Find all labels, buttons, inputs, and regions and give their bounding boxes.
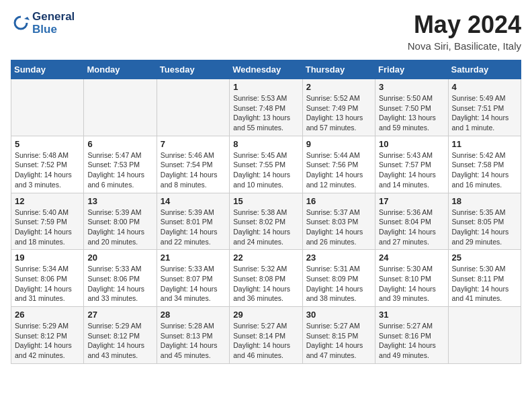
day-number: 5 (15, 139, 80, 149)
day-info: Sunrise: 5:27 AM Sunset: 8:16 PM Dayligh… (379, 321, 444, 361)
weekday-row: SundayMondayTuesdayWednesdayThursdayFrid… (11, 60, 521, 79)
calendar-cell: 1Sunrise: 5:53 AM Sunset: 7:48 PM Daylig… (230, 79, 302, 136)
day-number: 7 (161, 139, 226, 149)
calendar-cell (84, 79, 157, 136)
day-info: Sunrise: 5:28 AM Sunset: 8:13 PM Dayligh… (161, 321, 226, 361)
calendar-cell: 14Sunrise: 5:39 AM Sunset: 8:01 PM Dayli… (157, 193, 229, 250)
day-info: Sunrise: 5:40 AM Sunset: 7:59 PM Dayligh… (15, 208, 80, 247)
logo-icon (11, 13, 31, 34)
day-info: Sunrise: 5:53 AM Sunset: 7:48 PM Dayligh… (233, 93, 298, 133)
calendar-week-4: 19Sunrise: 5:34 AM Sunset: 8:06 PM Dayli… (11, 250, 521, 307)
weekday-header-saturday: Saturday (448, 60, 521, 79)
calendar-week-1: 1Sunrise: 5:53 AM Sunset: 7:48 PM Daylig… (11, 79, 521, 136)
day-info: Sunrise: 5:29 AM Sunset: 8:12 PM Dayligh… (87, 321, 152, 361)
calendar-cell: 17Sunrise: 5:36 AM Sunset: 8:04 PM Dayli… (375, 193, 448, 250)
day-info: Sunrise: 5:48 AM Sunset: 7:52 PM Dayligh… (15, 150, 80, 190)
calendar-cell: 23Sunrise: 5:31 AM Sunset: 8:09 PM Dayli… (302, 250, 375, 307)
day-number: 8 (233, 139, 298, 149)
calendar-header: SundayMondayTuesdayWednesdayThursdayFrid… (11, 60, 521, 79)
day-info: Sunrise: 5:38 AM Sunset: 8:02 PM Dayligh… (233, 208, 298, 247)
day-info: Sunrise: 5:46 AM Sunset: 7:54 PM Dayligh… (161, 150, 226, 190)
calendar-cell: 15Sunrise: 5:38 AM Sunset: 8:02 PM Dayli… (230, 193, 302, 250)
calendar-cell: 2Sunrise: 5:52 AM Sunset: 7:49 PM Daylig… (302, 79, 375, 136)
day-number: 16 (306, 196, 371, 206)
day-number: 12 (15, 196, 80, 206)
calendar-cell: 31Sunrise: 5:27 AM Sunset: 8:16 PM Dayli… (375, 307, 448, 364)
day-number: 25 (452, 253, 517, 263)
day-number: 9 (306, 139, 371, 149)
day-number: 22 (233, 253, 298, 263)
calendar-cell: 27Sunrise: 5:29 AM Sunset: 8:12 PM Dayli… (84, 307, 157, 364)
day-info: Sunrise: 5:33 AM Sunset: 8:07 PM Dayligh… (161, 264, 226, 304)
calendar-cell: 7Sunrise: 5:46 AM Sunset: 7:54 PM Daylig… (157, 136, 229, 193)
day-number: 21 (161, 253, 226, 263)
day-number: 26 (15, 310, 80, 320)
calendar-cell: 12Sunrise: 5:40 AM Sunset: 7:59 PM Dayli… (11, 193, 84, 250)
day-number: 31 (379, 310, 444, 320)
logo-text: General Blue (32, 11, 75, 36)
calendar-week-5: 26Sunrise: 5:29 AM Sunset: 8:12 PM Dayli… (11, 307, 521, 364)
day-number: 19 (15, 253, 80, 263)
weekday-header-friday: Friday (375, 60, 448, 79)
calendar-cell: 30Sunrise: 5:27 AM Sunset: 8:15 PM Dayli… (302, 307, 375, 364)
day-number: 3 (379, 82, 444, 92)
day-number: 27 (87, 310, 152, 320)
logo-blue: Blue (32, 24, 75, 36)
calendar-cell: 5Sunrise: 5:48 AM Sunset: 7:52 PM Daylig… (11, 136, 84, 193)
day-info: Sunrise: 5:35 AM Sunset: 8:05 PM Dayligh… (452, 208, 517, 247)
day-info: Sunrise: 5:47 AM Sunset: 7:53 PM Dayligh… (87, 150, 152, 190)
day-info: Sunrise: 5:52 AM Sunset: 7:49 PM Dayligh… (306, 93, 371, 133)
day-number: 6 (87, 139, 152, 149)
day-number: 10 (379, 139, 444, 149)
day-number: 17 (379, 196, 444, 206)
logo: General Blue (11, 11, 75, 36)
day-number: 18 (452, 196, 517, 206)
day-info: Sunrise: 5:42 AM Sunset: 7:58 PM Dayligh… (452, 150, 517, 190)
day-info: Sunrise: 5:34 AM Sunset: 8:06 PM Dayligh… (15, 264, 80, 304)
title-area: May 2024 Nova Siri, Basilicate, Italy (408, 11, 521, 52)
calendar-cell: 3Sunrise: 5:50 AM Sunset: 7:50 PM Daylig… (375, 79, 448, 136)
day-info: Sunrise: 5:30 AM Sunset: 8:10 PM Dayligh… (379, 264, 444, 304)
day-number: 29 (233, 310, 298, 320)
weekday-header-wednesday: Wednesday (230, 60, 302, 79)
weekday-header-tuesday: Tuesday (157, 60, 229, 79)
day-number: 28 (161, 310, 226, 320)
day-info: Sunrise: 5:31 AM Sunset: 8:09 PM Dayligh… (306, 264, 371, 304)
day-info: Sunrise: 5:33 AM Sunset: 8:06 PM Dayligh… (87, 264, 152, 304)
day-number: 11 (452, 139, 517, 149)
day-number: 24 (379, 253, 444, 263)
calendar-cell (11, 79, 84, 136)
calendar-cell: 11Sunrise: 5:42 AM Sunset: 7:58 PM Dayli… (448, 136, 521, 193)
weekday-header-monday: Monday (84, 60, 157, 79)
calendar-cell: 26Sunrise: 5:29 AM Sunset: 8:12 PM Dayli… (11, 307, 84, 364)
calendar-cell: 19Sunrise: 5:34 AM Sunset: 8:06 PM Dayli… (11, 250, 84, 307)
day-info: Sunrise: 5:30 AM Sunset: 8:11 PM Dayligh… (452, 264, 517, 304)
location-subtitle: Nova Siri, Basilicate, Italy (408, 40, 521, 52)
weekday-header-thursday: Thursday (302, 60, 375, 79)
day-info: Sunrise: 5:29 AM Sunset: 8:12 PM Dayligh… (15, 321, 80, 361)
day-info: Sunrise: 5:36 AM Sunset: 8:04 PM Dayligh… (379, 208, 444, 247)
calendar-cell: 8Sunrise: 5:45 AM Sunset: 7:55 PM Daylig… (230, 136, 302, 193)
day-number: 13 (87, 196, 152, 206)
calendar-cell: 20Sunrise: 5:33 AM Sunset: 8:06 PM Dayli… (84, 250, 157, 307)
calendar-cell: 24Sunrise: 5:30 AM Sunset: 8:10 PM Dayli… (375, 250, 448, 307)
calendar-cell: 29Sunrise: 5:27 AM Sunset: 8:14 PM Dayli… (230, 307, 302, 364)
day-number: 2 (306, 82, 371, 92)
calendar-cell: 10Sunrise: 5:43 AM Sunset: 7:57 PM Dayli… (375, 136, 448, 193)
logo-general: General (32, 11, 75, 24)
day-info: Sunrise: 5:44 AM Sunset: 7:56 PM Dayligh… (306, 150, 371, 190)
day-number: 4 (452, 82, 517, 92)
day-info: Sunrise: 5:39 AM Sunset: 8:00 PM Dayligh… (87, 208, 152, 247)
day-info: Sunrise: 5:27 AM Sunset: 8:14 PM Dayligh… (233, 321, 298, 361)
calendar-week-2: 5Sunrise: 5:48 AM Sunset: 7:52 PM Daylig… (11, 136, 521, 193)
calendar-cell (157, 79, 229, 136)
weekday-header-sunday: Sunday (11, 60, 84, 79)
calendar: SundayMondayTuesdayWednesdayThursdayFrid… (11, 60, 521, 364)
day-info: Sunrise: 5:27 AM Sunset: 8:15 PM Dayligh… (306, 321, 371, 361)
header: General Blue May 2024 Nova Siri, Basilic… (11, 11, 521, 52)
calendar-cell (448, 307, 521, 364)
day-number: 14 (161, 196, 226, 206)
day-number: 15 (233, 196, 298, 206)
calendar-cell: 13Sunrise: 5:39 AM Sunset: 8:00 PM Dayli… (84, 193, 157, 250)
calendar-cell: 22Sunrise: 5:32 AM Sunset: 8:08 PM Dayli… (230, 250, 302, 307)
